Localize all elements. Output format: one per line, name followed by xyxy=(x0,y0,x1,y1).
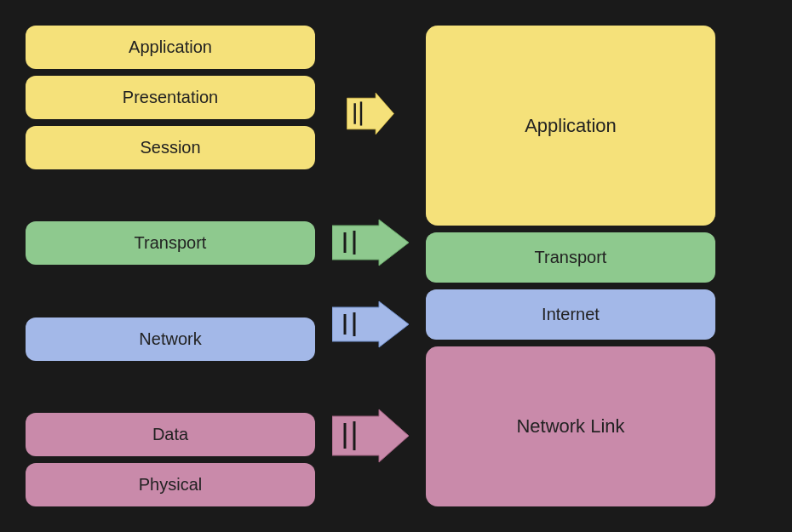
right-column: Application Transport Internet Network L… xyxy=(426,26,715,506)
layer-data: Data xyxy=(26,413,315,456)
layer-session: Session xyxy=(26,126,315,169)
blue-arrow-icon xyxy=(332,299,409,350)
yellow-arrow-wrap xyxy=(332,26,409,202)
pink-arrow-wrap xyxy=(332,366,409,506)
right-layer-application: Application xyxy=(426,26,715,226)
green-arrow-icon xyxy=(332,217,409,268)
right-layer-transport: Transport xyxy=(426,232,715,283)
middle-column xyxy=(315,26,426,506)
pink-arrow-icon xyxy=(332,406,409,466)
osi-tcpip-diagram: Application Presentation Session Transpo… xyxy=(13,13,779,519)
layer-presentation: Presentation xyxy=(26,76,315,119)
layer-physical: Physical xyxy=(26,463,315,506)
layer-application: Application xyxy=(26,26,315,69)
yellow-group: Application Presentation Session xyxy=(26,26,315,169)
green-arrow-wrap xyxy=(332,202,409,283)
blue-arrow-wrap xyxy=(332,283,409,365)
yellow-arrow-icon xyxy=(332,90,409,137)
layer-transport: Transport xyxy=(26,221,315,265)
pink-group: Data Physical xyxy=(26,413,315,506)
right-layer-network-link: Network Link xyxy=(426,346,715,506)
layer-network: Network xyxy=(26,317,315,361)
right-layer-internet: Internet xyxy=(426,289,715,340)
left-column: Application Presentation Session Transpo… xyxy=(26,26,315,506)
